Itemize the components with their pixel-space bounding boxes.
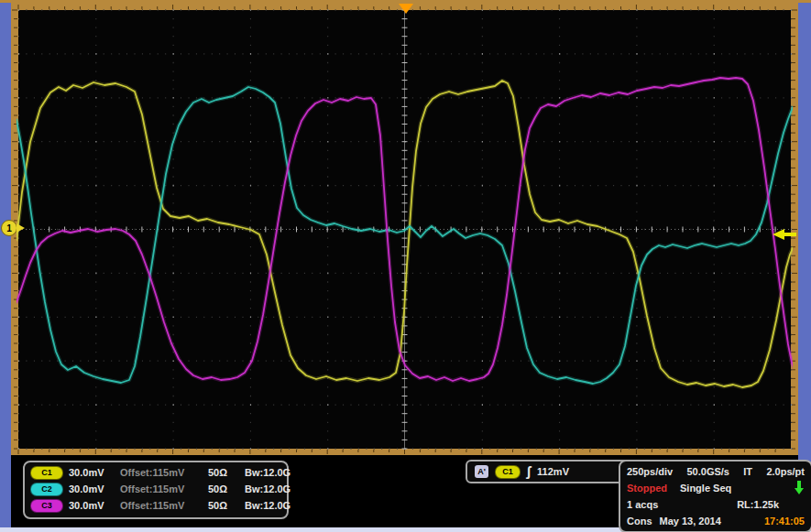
c2-termination: 50Ω <box>208 483 245 494</box>
channel-c3-badge[interactable]: C3 <box>30 499 63 513</box>
c3-bandwidth: Bw:12.0G <box>245 500 290 511</box>
trigger-level-tail <box>784 233 796 236</box>
c1-offset: Offset:115mV <box>120 467 208 478</box>
graticule-display: 1 <box>0 0 811 532</box>
acq-count-row: 1 acqs RL:1.25k <box>627 497 805 512</box>
rising-edge-icon: ∫ <box>527 466 531 477</box>
date-time-row: Cons May 13, 2014 17:41:05 <box>627 514 805 528</box>
channel-c1-badge[interactable]: C1 <box>30 466 63 480</box>
channel-row-c1: C1 30.0mV Offset:115mV 50Ω Bw:12.0G <box>30 464 281 481</box>
sampling-mode: IT <box>743 466 752 477</box>
ch1-reference-label: 1 <box>6 223 12 233</box>
trigger-source-badge[interactable]: C1 <box>495 465 521 479</box>
c3-termination: 50Ω <box>208 500 245 511</box>
c1-bandwidth: Bw:12.0G <box>245 467 290 478</box>
c3-scale: 30.0mV <box>69 500 120 511</box>
console-label: Cons <box>627 516 652 527</box>
acquisition-readout-box[interactable]: 250ps/div 50.0GS/s IT 2.0ps/pt Stopped S… <box>619 460 811 532</box>
acq-status: Stopped <box>627 483 667 494</box>
c2-bandwidth: Bw:12.0G <box>245 483 290 494</box>
green-down-arrow-icon <box>794 481 805 495</box>
horizontal-readout-row: 250ps/div 50.0GS/s IT 2.0ps/pt <box>627 464 805 479</box>
trigger-event-badge: A' <box>475 465 488 478</box>
resolution: 2.0ps/pt <box>766 466 805 477</box>
trigger-readout-box[interactable]: A' C1 ∫ 112mV <box>466 460 630 483</box>
date-label: May 13, 2014 <box>660 516 721 527</box>
c2-offset: Offset:115mV <box>120 483 208 494</box>
channel-c2-badge[interactable]: C2 <box>30 483 63 496</box>
acq-count: 1 acqs <box>627 499 658 510</box>
oscilloscope-screen: 1 C1 30.0mV Offset:115mV 50Ω Bw:12.0G C2… <box>0 0 811 532</box>
c1-scale: 30.0mV <box>69 467 120 478</box>
c2-scale: 30.0mV <box>69 483 120 494</box>
timebase: 250ps/div <box>627 466 673 477</box>
status-bar: C1 30.0mV Offset:115mV 50Ω Bw:12.0G C2 3… <box>11 455 798 527</box>
sample-rate: 50.0GS/s <box>686 466 729 477</box>
c1-termination: 50Ω <box>208 467 245 478</box>
channel-row-c2: C2 30.0mV Offset:115mV 50Ω Bw:12.0G <box>30 481 281 497</box>
trigger-level: 112mV <box>537 466 569 477</box>
c3-offset: Offset:115mV <box>120 500 208 511</box>
time-label: 17:41:05 <box>764 516 805 527</box>
channel-row-c3: C3 30.0mV Offset:115mV 50Ω Bw:12.0G <box>30 497 281 514</box>
run-state-row: Stopped Single Seq <box>627 481 805 495</box>
channel-readout-box[interactable]: C1 30.0mV Offset:115mV 50Ω Bw:12.0G C2 3… <box>23 461 289 519</box>
seq-mode: Single Seq <box>680 483 731 494</box>
record-length: RL:1.25k <box>737 499 779 510</box>
